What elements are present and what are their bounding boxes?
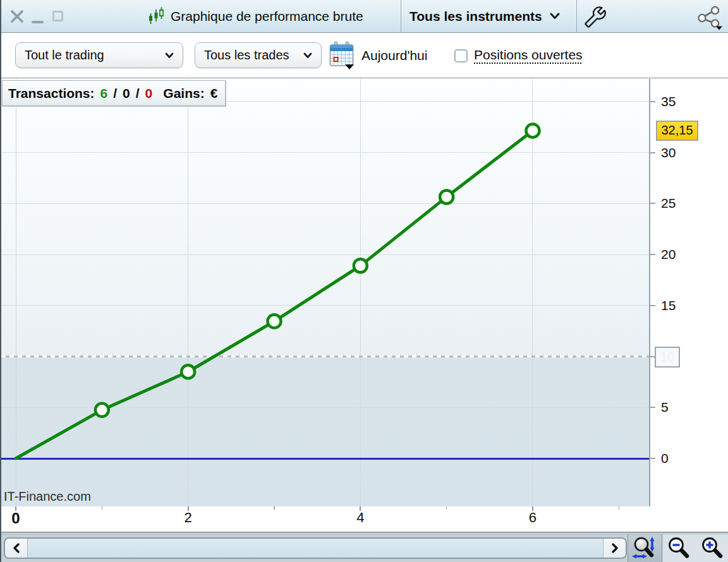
chevron-left-icon <box>12 543 21 553</box>
zoom-in-button[interactable] <box>700 536 725 561</box>
watermark: IT-Finance.com <box>4 489 91 504</box>
y-axis-tick <box>650 458 655 459</box>
y-axis-label: 20 <box>661 247 676 262</box>
y-axis-label: 35 <box>661 94 676 109</box>
chevron-right-icon <box>610 543 619 553</box>
data-point <box>95 404 109 417</box>
scroll-right-button[interactable] <box>603 539 626 558</box>
zoom-out-icon <box>667 536 692 561</box>
y-axis-tick <box>650 254 655 255</box>
y-axis-tick <box>650 203 655 204</box>
zoom-out-button[interactable] <box>667 536 692 561</box>
x-axis-label: 4 <box>356 510 364 526</box>
toolbar: Tout le trading Tous les trades <box>1 33 728 78</box>
candlestick-icon <box>149 7 165 26</box>
trades-filter-select[interactable]: Tous les trades <box>195 42 322 68</box>
y-axis-tick <box>650 407 655 408</box>
y-axis-tick <box>650 305 655 306</box>
close-icon[interactable] <box>10 9 24 23</box>
date-range-label[interactable]: Aujourd'hui <box>361 33 427 78</box>
chart-plot-area[interactable]: Transactions:6/0/0Gains:€ IT-Finance.com <box>1 79 649 506</box>
x-axis-label: 0 <box>11 510 20 527</box>
data-point <box>267 314 281 328</box>
chevron-down-icon <box>303 52 312 59</box>
wrench-icon[interactable] <box>585 6 606 28</box>
y-axis-label: 25 <box>661 196 676 211</box>
open-positions-checkbox[interactable] <box>454 49 468 63</box>
gains-currency: € <box>210 86 218 101</box>
titlebar: Graphique de performance brute Tous les … <box>1 0 728 33</box>
maximize-icon[interactable] <box>52 11 63 21</box>
open-positions-label[interactable]: Positions ouvertes <box>474 33 583 77</box>
trading-scope-select[interactable]: Tout le trading <box>15 42 183 68</box>
zoom-fit-button[interactable] <box>628 534 662 562</box>
threshold-level-box[interactable]: 10 <box>655 347 680 368</box>
x-axis-minor-tick <box>274 506 275 510</box>
y-axis-tick <box>650 356 655 357</box>
x-axis: 0246 <box>1 506 728 533</box>
x-axis-label: 2 <box>185 510 192 526</box>
zoom-in-icon <box>700 536 725 561</box>
neutral-count: 0 <box>123 86 130 101</box>
bottom-toolbar <box>1 534 728 562</box>
calendar-icon[interactable] <box>329 41 355 70</box>
horizontal-scrollbar[interactable] <box>4 537 627 559</box>
window-title: Graphique de performance brute <box>171 0 363 32</box>
y-axis-tick <box>650 101 655 102</box>
data-point <box>181 365 195 378</box>
y-axis-label: 0 <box>661 451 669 466</box>
performance-line-chart <box>1 79 649 506</box>
y-axis-tick <box>650 152 655 153</box>
wins-count: 6 <box>100 86 108 101</box>
chevron-down-icon <box>165 52 174 59</box>
share-icon[interactable] <box>696 4 723 31</box>
transactions-stats-badge: Transactions:6/0/0Gains:€ <box>2 80 226 106</box>
y-axis-label: 15 <box>661 298 676 313</box>
instrument-selector[interactable]: Tous les instruments <box>410 0 560 32</box>
losses-count: 0 <box>145 86 153 101</box>
data-point <box>526 124 539 137</box>
data-point <box>354 259 367 272</box>
data-point <box>440 190 453 203</box>
chevron-down-icon <box>550 13 560 20</box>
x-axis-minor-tick <box>102 506 103 510</box>
y-axis-label: 30 <box>661 145 676 160</box>
performance-chart-window: Graphique de performance brute Tous les … <box>0 0 728 562</box>
zoom-fit-icon <box>632 535 658 562</box>
x-axis-label: 6 <box>529 510 537 526</box>
minimize-icon[interactable] <box>32 21 44 23</box>
x-axis-minor-tick <box>446 506 447 510</box>
x-axis-minor-tick <box>619 506 620 510</box>
y-axis: 32,15 10 051520253035 <box>649 79 728 506</box>
y-axis-label: 5 <box>661 400 669 415</box>
scroll-left-button[interactable] <box>5 539 28 558</box>
zoom-controls <box>663 534 728 562</box>
last-value-badge: 32,15 <box>656 121 698 141</box>
